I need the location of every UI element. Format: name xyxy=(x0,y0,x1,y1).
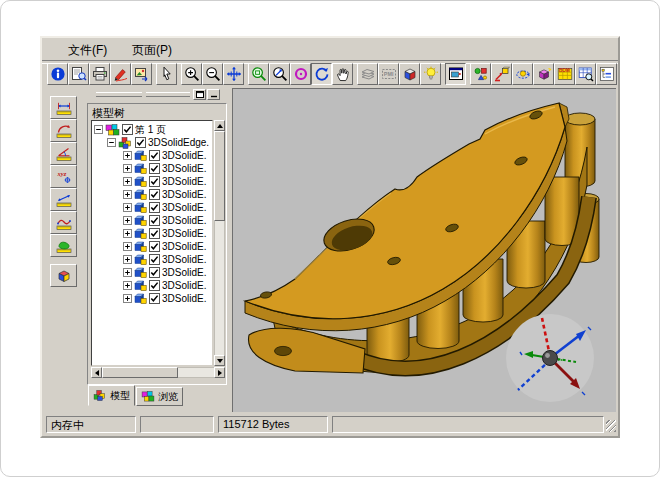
tree-row-assembly[interactable]: 3DSolidEdge. xyxy=(94,136,212,149)
render-mode-button[interactable] xyxy=(399,63,420,85)
rotate-center-button[interactable] xyxy=(290,63,311,85)
tree-row-part[interactable]: 3DSolidE. xyxy=(94,253,212,266)
menu-file[interactable]: 文件(F) xyxy=(64,41,111,60)
menu-page[interactable]: 页面(P) xyxy=(128,41,176,60)
expand-expander-icon[interactable] xyxy=(123,177,132,186)
vertical-scroll-thumb[interactable] xyxy=(214,131,225,221)
tree-row-part[interactable]: 3DSolidE. xyxy=(94,201,212,214)
tree-row-part[interactable]: 3DSolidE. xyxy=(94,214,212,227)
checkbox-checked-icon[interactable] xyxy=(149,163,160,174)
part-components-button[interactable] xyxy=(470,63,491,85)
resize-grip[interactable] xyxy=(606,420,616,432)
expand-expander-icon[interactable] xyxy=(123,190,132,199)
info-button[interactable] xyxy=(47,63,68,85)
scroll-left-button[interactable] xyxy=(91,367,102,378)
scroll-right-button[interactable] xyxy=(214,367,225,378)
panel-splitter[interactable] xyxy=(228,88,232,412)
tree-row-part[interactable]: 3DSolidE. xyxy=(94,227,212,240)
markup-button[interactable] xyxy=(110,63,131,85)
view-window-button[interactable] xyxy=(445,63,466,85)
orientation-triad[interactable] xyxy=(502,310,598,406)
tree-row-part[interactable]: 3DSolidE. xyxy=(94,292,212,305)
checkbox-checked-icon[interactable] xyxy=(149,189,160,200)
checkbox-checked-icon[interactable] xyxy=(135,137,146,148)
export-image-button[interactable] xyxy=(131,63,152,85)
tree-row-part[interactable]: 3DSolidE. xyxy=(94,279,212,292)
horizontal-scroll-thumb[interactable] xyxy=(102,367,178,378)
checkbox-checked-icon[interactable] xyxy=(149,176,160,187)
move-part-button[interactable] xyxy=(491,63,512,85)
panel-gripper[interactable] xyxy=(96,92,142,97)
checkbox-checked-icon[interactable] xyxy=(149,150,160,161)
lighting-button[interactable] xyxy=(420,63,441,85)
structure-tree-button[interactable] xyxy=(596,63,617,85)
rotate-view-button[interactable] xyxy=(311,63,332,85)
tree-row-part[interactable]: 3DSolidE. xyxy=(94,175,212,188)
print-preview-button[interactable] xyxy=(68,63,89,85)
explode-view-button[interactable] xyxy=(533,63,554,85)
checkbox-checked-icon[interactable] xyxy=(149,215,160,226)
rotate-part-button[interactable] xyxy=(512,63,533,85)
select-button[interactable] xyxy=(156,63,177,85)
checkbox-checked-icon[interactable] xyxy=(149,293,160,304)
expand-expander-icon[interactable] xyxy=(123,242,132,251)
measure-area-button[interactable] xyxy=(50,234,77,257)
checkbox-checked-icon[interactable] xyxy=(149,254,160,265)
expand-expander-icon[interactable] xyxy=(123,203,132,212)
measure-curve-length-button[interactable] xyxy=(50,211,77,234)
measure-distance-h-button[interactable] xyxy=(50,96,77,119)
measure-coordinate-button[interactable]: xyz xyxy=(50,165,77,188)
panel-gripper[interactable] xyxy=(146,92,190,97)
pmi-button[interactable]: PMI xyxy=(378,63,399,85)
measure-angle-button[interactable] xyxy=(50,142,77,165)
expand-expander-icon[interactable] xyxy=(123,229,132,238)
expand-expander-icon[interactable] xyxy=(123,281,132,290)
expand-expander-icon[interactable] xyxy=(123,294,132,303)
cross-arrows-icon xyxy=(226,66,242,82)
panel-collapse-button[interactable] xyxy=(207,89,220,100)
expand-expander-icon[interactable] xyxy=(123,216,132,225)
tree-row-part[interactable]: 3DSolidE. xyxy=(94,266,212,279)
panel-float-button[interactable] xyxy=(193,89,206,100)
expand-expander-icon[interactable] xyxy=(123,164,132,173)
collapse-expander-icon[interactable] xyxy=(107,138,116,147)
measure-radius-button[interactable] xyxy=(50,119,77,142)
tree-row-part[interactable]: 3DSolidE. xyxy=(94,162,212,175)
scroll-up-button[interactable] xyxy=(214,120,225,131)
tree-horizontal-scrollbar[interactable] xyxy=(91,367,225,378)
tree-row-part[interactable]: 3DSolidE. xyxy=(94,240,212,253)
zoom-out-button[interactable] xyxy=(202,63,223,85)
tab-browse[interactable]: 浏览 xyxy=(136,387,183,406)
scroll-down-button[interactable] xyxy=(214,355,225,366)
checkbox-checked-icon[interactable] xyxy=(149,241,160,252)
checkbox-checked-icon[interactable] xyxy=(149,228,160,239)
checkbox-checked-icon[interactable] xyxy=(149,267,160,278)
bom-table-find-button[interactable] xyxy=(575,63,596,85)
zoom-in-button[interactable] xyxy=(181,63,202,85)
checkbox-checked-icon[interactable] xyxy=(122,124,133,135)
measure-distance-button[interactable] xyxy=(50,188,77,211)
svg-text:BOM: BOM xyxy=(559,68,570,73)
measure-volume-button[interactable] xyxy=(50,264,77,287)
viewport-3d[interactable] xyxy=(232,88,616,412)
model-tab-icon xyxy=(93,390,107,401)
tree-vertical-scrollbar[interactable] xyxy=(214,120,225,366)
zoom-window-button[interactable] xyxy=(248,63,269,85)
tree-row-page[interactable]: 第 1 页 xyxy=(94,123,212,136)
collapse-expander-icon[interactable] xyxy=(94,125,103,134)
tree-row-part[interactable]: 3DSolidE. xyxy=(94,188,212,201)
tree-row-part[interactable]: 3DSolidE. xyxy=(94,149,212,162)
pan-button[interactable] xyxy=(332,63,353,85)
checkbox-checked-icon[interactable] xyxy=(149,202,160,213)
layers-button[interactable] xyxy=(357,63,378,85)
tab-model[interactable]: 模型 xyxy=(88,385,135,406)
zoom-extents-button[interactable] xyxy=(223,63,244,85)
expand-expander-icon[interactable] xyxy=(123,255,132,264)
expand-expander-icon[interactable] xyxy=(123,268,132,277)
zoom-dynamic-button[interactable] xyxy=(269,63,290,85)
bom-button[interactable]: BOM xyxy=(554,63,575,85)
measure-area-icon xyxy=(56,238,72,254)
print-button[interactable] xyxy=(89,63,110,85)
expand-expander-icon[interactable] xyxy=(123,151,132,160)
checkbox-checked-icon[interactable] xyxy=(149,280,160,291)
